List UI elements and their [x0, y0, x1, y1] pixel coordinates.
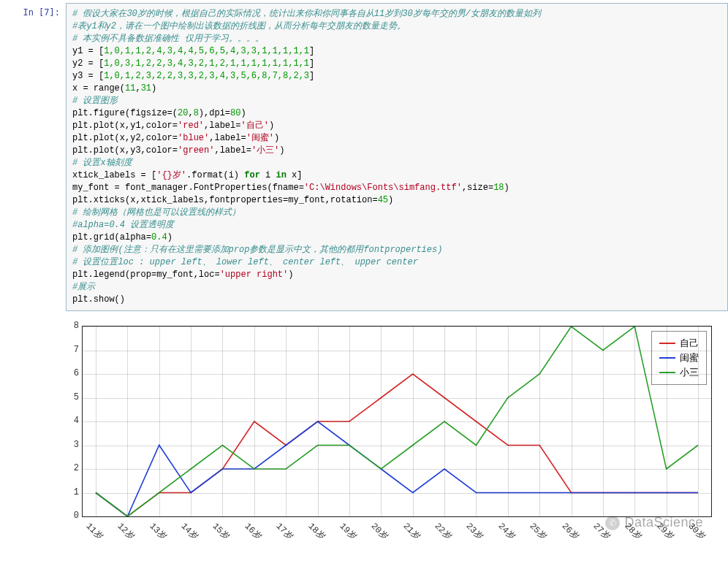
x-tick-label: 23岁 [450, 520, 486, 552]
x-tick-label: 22岁 [418, 520, 455, 552]
legend-entry: 小三 [659, 365, 699, 380]
legend-label: 小三 [680, 366, 699, 379]
x-tick-label: 24岁 [482, 520, 518, 552]
grid-line-v [698, 326, 699, 516]
y-tick-label: 6 [60, 368, 79, 378]
grid-line-v [634, 326, 635, 516]
y-tick-label: 4 [60, 416, 79, 426]
legend-label: 闺蜜 [680, 351, 699, 364]
legend-swatch [659, 372, 675, 373]
y-tick-label: 3 [60, 440, 79, 450]
code-line: # 假设大家在30岁的时候，根据自己的实际情况，统计出来你和你同事各自从11岁到… [72, 9, 541, 19]
code-line: #表y1和y2，请在一个图中绘制出该数据的折线图，从而分析每年交朋友的数量走势。 [72, 21, 406, 31]
grid-line-h [83, 469, 711, 470]
grid-line-h [83, 421, 711, 422]
x-tick-label: 21岁 [387, 520, 423, 552]
grid-line-h [83, 374, 711, 375]
x-tick-label: 11岁 [69, 520, 106, 552]
x-tick-label: 13岁 [133, 520, 170, 552]
plot-area: 自己闺蜜小三 [82, 326, 712, 517]
grid-line-v [191, 326, 192, 516]
y-tick-label: 2 [60, 463, 79, 473]
grid-line-v [254, 326, 255, 516]
x-tick-label: 18岁 [291, 520, 327, 552]
y-tick-label: 7 [60, 345, 79, 355]
grid-line-v [508, 326, 509, 516]
grid-line-v [349, 326, 350, 516]
line-chart: 自己闺蜜小三 ✆ DataScience 01234567811岁12岁13岁1… [60, 318, 718, 552]
x-tick-label: 17岁 [259, 520, 296, 552]
grid-line-h [83, 326, 711, 327]
x-tick-label: 15岁 [196, 520, 232, 552]
x-tick-label: 14岁 [164, 520, 201, 552]
grid-line-h [83, 493, 711, 494]
grid-line-v [381, 326, 382, 516]
legend-swatch [659, 357, 675, 359]
notebook-cell: In [7]: # 假设大家在30岁的时候，根据自己的实际情况，统计出来你和你同… [0, 0, 728, 311]
y-tick-label: 5 [60, 392, 79, 402]
y-tick-label: 1 [60, 487, 79, 497]
y-tick-label: 0 [60, 511, 79, 521]
legend-entry: 闺蜜 [659, 351, 699, 365]
grid-line-v [413, 326, 414, 516]
grid-line-v [444, 326, 445, 516]
code-line: # 本实例不具备数据准确性 仅用于学习。。。。 [72, 34, 264, 44]
code-input[interactable]: # 假设大家在30岁的时候，根据自己的实际情况，统计出来你和你同事各自从11岁到… [66, 3, 728, 311]
grid-line-v [539, 326, 540, 516]
grid-line-h [83, 446, 711, 446]
legend-entry: 自己 [659, 336, 699, 351]
grid-line-v [159, 326, 160, 516]
x-tick-label: 25岁 [513, 520, 550, 552]
x-tick-label: 20岁 [354, 520, 391, 552]
grid-line-v [96, 326, 96, 516]
grid-line-v [603, 326, 604, 516]
input-prompt: In [7]: [0, 3, 66, 18]
x-tick-label: 12岁 [101, 520, 137, 552]
x-tick-label: 19岁 [323, 520, 360, 552]
legend-swatch [659, 343, 675, 344]
grid-line-h [83, 398, 711, 399]
grid-line-v [286, 326, 287, 516]
grid-line-h [83, 351, 711, 351]
grid-line-v [667, 326, 667, 516]
legend-label: 自己 [680, 337, 699, 350]
grid-line-v [222, 326, 223, 516]
grid-line-v [318, 326, 319, 516]
grid-line-v [476, 326, 477, 516]
x-tick-label: 26岁 [545, 520, 581, 552]
grid-line-v [127, 326, 128, 516]
grid-line-v [572, 326, 572, 516]
cell-output: 自己闺蜜小三 ✆ DataScience 01234567811岁12岁13岁1… [60, 318, 728, 552]
x-tick-label: 16岁 [228, 520, 265, 552]
y-tick-label: 8 [60, 321, 79, 331]
